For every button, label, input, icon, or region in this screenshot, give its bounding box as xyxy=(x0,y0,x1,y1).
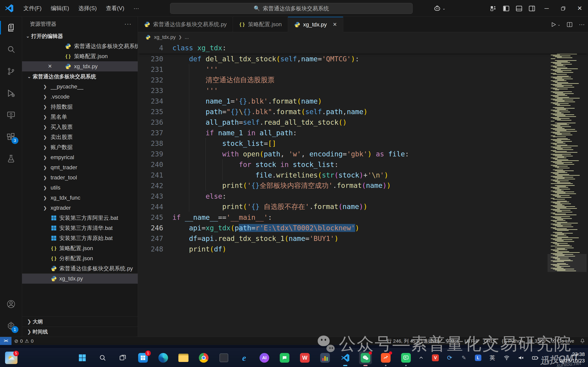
breadcrumb[interactable]: xg_tdx.py ❯ ... xyxy=(138,32,588,42)
line-number[interactable]: 230 xyxy=(138,55,172,63)
code-line-230[interactable]: 230 def del_all_tdx_stock(self,name='QMT… xyxy=(138,53,588,64)
tray-l-shield-icon[interactable]: L xyxy=(474,353,483,362)
line-number[interactable]: 239 xyxy=(138,150,172,158)
explorer-actions-icon[interactable]: ··· xyxy=(124,20,132,28)
folder-卖出股票[interactable]: ❯卖出股票 xyxy=(22,132,138,142)
minimap-slider[interactable] xyxy=(547,254,587,272)
open-editor-策略配置.json[interactable]: { }策略配置.json xyxy=(22,51,138,61)
activity-account[interactable] xyxy=(0,293,22,315)
tab-2[interactable]: { }策略配置.json xyxy=(233,17,288,32)
menu-item-1[interactable]: 编辑(E) xyxy=(46,3,74,14)
folder-empyrical[interactable]: ❯empyrical xyxy=(22,152,138,162)
line-number[interactable]: 243 xyxy=(138,192,172,200)
search-taskbar-icon[interactable] xyxy=(96,351,109,364)
folder-持股数据[interactable]: ❯持股数据 xyxy=(22,102,138,112)
tab-3[interactable]: xg_tdx.py✕ xyxy=(288,17,343,32)
line-number[interactable]: 235 xyxy=(138,108,172,116)
activity-run-debug[interactable] xyxy=(0,82,22,104)
folder-xgtrader[interactable]: ❯xgtrader xyxy=(22,203,138,213)
file-安装第三方库原始.bat[interactable]: 安装第三方库原始.bat xyxy=(22,233,138,243)
minimap[interactable] xyxy=(550,44,584,280)
activity-extensions[interactable]: 3 xyxy=(0,126,22,148)
code-line-246[interactable]: 246 api=xg_tdx(path=r'E:\tdx\T0002\block… xyxy=(138,223,588,233)
line-number[interactable]: 233 xyxy=(138,87,172,95)
folder-xg_tdx_func[interactable]: ❯xg_tdx_func xyxy=(22,193,138,203)
code-line-232[interactable]: 232 清空通达信自选股股票 xyxy=(138,75,588,85)
input-method-indicator[interactable]: 英 xyxy=(488,353,497,362)
code-line-237[interactable]: 237 if name_1 in all_path: xyxy=(138,127,588,138)
close-button[interactable]: ✕ xyxy=(571,0,588,17)
file-安装第三方库清华.bat[interactable]: 安装第三方库清华.bat xyxy=(22,223,138,233)
breadcrumb-file[interactable]: xg_tdx.py xyxy=(154,34,176,40)
volume-mute-icon[interactable] xyxy=(516,353,526,362)
toggle-secondary-sidebar-button[interactable] xyxy=(526,3,538,14)
code-line-233[interactable]: 233 ''' xyxy=(138,85,588,96)
cube-app-taskbar-icon[interactable] xyxy=(217,351,230,364)
file-策略配置.json[interactable]: { }策略配置.json xyxy=(22,243,138,253)
menu-item-4[interactable]: ··· xyxy=(129,3,144,14)
store-taskbar-icon[interactable]: 1 xyxy=(136,351,149,364)
folder-utils[interactable]: ❯utils xyxy=(22,183,138,193)
tray-expand-icon[interactable] xyxy=(417,353,426,362)
status-item-5[interactable]: ⊞3.9.5 xyxy=(526,337,548,345)
folder-账户数据[interactable]: ❯账户数据 xyxy=(22,142,138,152)
stock-app-taskbar-icon[interactable] xyxy=(379,351,392,364)
wechat-taskbar-icon[interactable] xyxy=(359,351,372,364)
code-line-243[interactable]: 243 else: xyxy=(138,191,588,201)
ai-app-taskbar-icon[interactable]: AI xyxy=(258,351,271,364)
line-number[interactable]: 236 xyxy=(138,118,172,126)
file-xg_tdx.py[interactable]: xg_tdx.py xyxy=(22,274,138,284)
chat-app-taskbar-icon[interactable] xyxy=(400,351,412,364)
edge-taskbar-icon[interactable] xyxy=(157,351,170,364)
toggle-panel-button[interactable] xyxy=(513,3,526,14)
code-line-234[interactable]: 234 name_1='{}.blk'.format(name) xyxy=(138,96,588,106)
timeline-section-header[interactable]: ❯ 时间线 xyxy=(22,326,138,337)
status-item-1[interactable]: 空格:4 xyxy=(443,337,462,345)
wifi-icon[interactable] xyxy=(502,353,511,362)
status-item-2[interactable]: UTF-8 xyxy=(462,337,481,345)
line-number[interactable]: 234 xyxy=(138,97,172,105)
customize-layout-button[interactable] xyxy=(487,3,500,14)
code-line-247[interactable]: 247 df=api.read_tdx_stock_1(name='BUY1') xyxy=(138,233,588,244)
menu-item-0[interactable]: 文件(F) xyxy=(19,3,46,14)
file-安装第三方库阿里云.bat[interactable]: 安装第三方库阿里云.bat xyxy=(22,213,138,223)
tray-sync-icon[interactable]: ⟳ xyxy=(445,353,454,362)
more-actions-icon[interactable]: ··· xyxy=(579,21,585,28)
activity-settings[interactable]: 1 xyxy=(0,315,22,337)
activity-testing[interactable] xyxy=(0,148,22,169)
folder-__pycache__[interactable]: ❯__pycache__ xyxy=(22,82,138,92)
wps-taskbar-icon[interactable]: W xyxy=(298,351,311,364)
file-索普通达信多板块交易系统.py[interactable]: 索普通达信多板块交易系统.py xyxy=(22,263,138,274)
run-python-button[interactable]: ⌄ xyxy=(551,22,560,28)
folder-trader_tool[interactable]: ❯trader_tool xyxy=(22,173,138,183)
menu-item-2[interactable]: 选择(S) xyxy=(74,3,101,14)
battery-icon[interactable] xyxy=(530,353,540,362)
open-editor-xg_tdx.py[interactable]: ✕ xg_tdx.py xyxy=(22,61,138,71)
breadcrumb-more[interactable]: ... xyxy=(185,34,189,40)
remote-indicator[interactable]: >< xyxy=(0,337,11,345)
restore-button[interactable] xyxy=(555,0,571,17)
close-icon[interactable]: ✕ xyxy=(48,63,52,69)
vscode-taskbar-icon[interactable] xyxy=(339,351,352,364)
tray-red-v-icon[interactable]: V xyxy=(431,353,440,362)
line-number[interactable]: 238 xyxy=(138,139,172,147)
open-editors-header[interactable]: ⌄ 打开的编辑器 xyxy=(22,31,138,41)
open-editor-索普通达信多板块交易系统.py[interactable]: 索普通达信多板块交易系统.py xyxy=(22,41,138,51)
status-item-6[interactable]: ⦿Go Live xyxy=(548,337,577,345)
outline-section-header[interactable]: ❯ 大纲 xyxy=(22,317,138,326)
pen-slash-icon[interactable]: ✎ xyxy=(459,353,469,362)
line-number[interactable]: 244 xyxy=(138,203,172,211)
status-item-0[interactable]: 行 246, 列 45 (已选择28) xyxy=(384,337,443,345)
line-number[interactable]: 247 xyxy=(138,234,172,242)
root-folder-row[interactable]: ⌄ 索普通达信多板块交易系统 xyxy=(22,71,138,82)
code-line-248[interactable]: 248 print(df) xyxy=(138,244,588,254)
status-item-3[interactable]: CRLF xyxy=(481,337,499,345)
file-explorer-taskbar-icon[interactable] xyxy=(177,351,190,364)
copilot-button[interactable]: ⌄ xyxy=(433,5,445,12)
line-number[interactable]: 242 xyxy=(138,182,172,190)
task-view-taskbar-icon[interactable] xyxy=(116,351,129,364)
start-taskbar-icon[interactable] xyxy=(76,351,89,364)
status-item-4[interactable]: { }Python xyxy=(499,337,526,345)
line-number[interactable]: 232 xyxy=(138,76,172,84)
menu-item-3[interactable]: 查看(V) xyxy=(101,3,129,14)
